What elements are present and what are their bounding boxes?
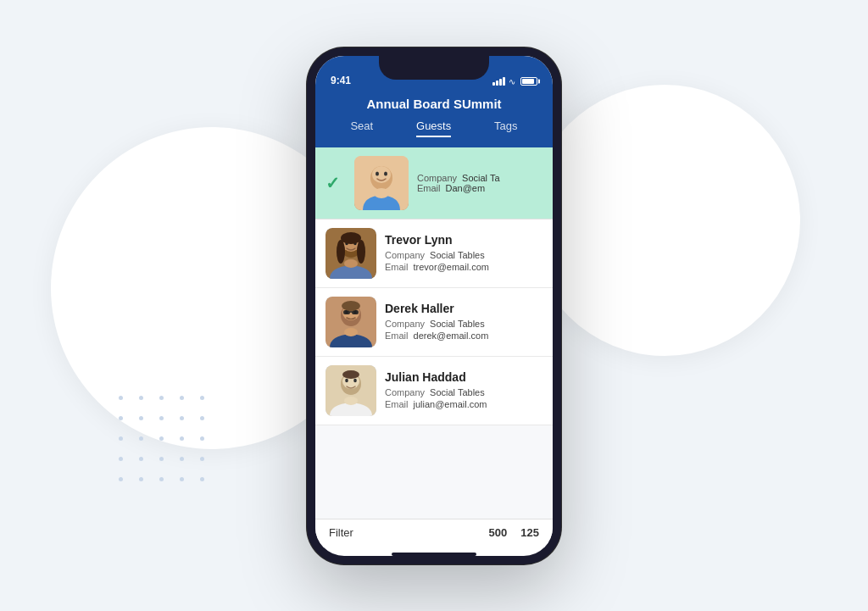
avatar-derek <box>326 297 376 347</box>
svg-point-31 <box>342 370 359 379</box>
svg-point-13 <box>357 240 365 264</box>
trevor-company-value: Social Tables <box>430 250 485 260</box>
guest-row-trevor[interactable]: Trevor Lynn Company Social Tables Email … <box>315 219 553 288</box>
phone-device: 9:41 ∿ Annual Board SUmmit Seat Guests <box>307 47 561 564</box>
filtered-count: 125 <box>520 526 539 539</box>
tab-bar: Seat Guests Tags <box>329 119 539 137</box>
svg-point-3 <box>376 171 379 175</box>
julian-email-value: julian@email.com <box>414 399 487 409</box>
total-count: 500 <box>489 526 508 539</box>
svg-point-29 <box>353 378 357 381</box>
company-value: Social Ta <box>462 173 499 183</box>
guest-details-derek: Derek Haller Company Social Tables Email… <box>385 302 542 342</box>
julian-email-label: Email <box>385 399 409 409</box>
tab-tags[interactable]: Tags <box>494 119 517 137</box>
derek-email-value: derek@email.com <box>414 330 489 341</box>
company-label: Company <box>417 173 457 183</box>
trevor-company-label: Company <box>385 250 425 260</box>
check-icon: ✓ <box>326 173 346 193</box>
derek-company-value: Social Tables <box>430 319 485 329</box>
guest-row-julian[interactable]: Julian Haddad Company Social Tables Emai… <box>315 357 553 425</box>
avatar-julian <box>326 365 376 416</box>
wifi-icon: ∿ <box>509 77 515 86</box>
event-title: Annual Board SUmmit <box>329 97 539 111</box>
signal-icon <box>492 77 505 86</box>
julian-company-label: Company <box>385 387 425 397</box>
guest-name-derek: Derek Haller <box>385 302 542 315</box>
svg-point-11 <box>344 259 358 268</box>
footer-counts: 500 125 <box>489 526 539 539</box>
app-header: Annual Board SUmmit Seat Guests Tags <box>315 90 553 147</box>
email-label: Email <box>417 183 441 193</box>
guest-list-content: ✓ Company So <box>315 147 553 519</box>
svg-point-23 <box>344 328 358 336</box>
battery-icon <box>520 77 537 86</box>
avatar-trevor <box>326 228 376 279</box>
guest-details-julian: Julian Haddad Company Social Tables Emai… <box>385 370 542 411</box>
svg-point-30 <box>344 397 358 405</box>
julian-company-value: Social Tables <box>430 387 485 397</box>
svg-point-4 <box>384 171 387 175</box>
tab-seat[interactable]: Seat <box>350 119 373 137</box>
selected-guest-row[interactable]: ✓ Company So <box>315 147 553 219</box>
home-indicator[interactable] <box>392 553 476 556</box>
background-blob-right <box>529 85 800 356</box>
status-icons: ∿ <box>492 77 537 86</box>
derek-company-label: Company <box>385 319 425 329</box>
guest-name-trevor: Trevor Lynn <box>385 233 542 247</box>
guest-details-trevor: Trevor Lynn Company Social Tables Email … <box>385 233 542 274</box>
selected-guest-avatar <box>354 156 409 210</box>
svg-point-28 <box>345 378 348 381</box>
guest-row-derek[interactable]: Derek Haller Company Social Tables Email… <box>315 288 553 357</box>
svg-point-14 <box>341 232 361 244</box>
guest-name-julian: Julian Haddad <box>385 370 542 384</box>
footer: Filter 500 125 <box>315 519 553 547</box>
email-value: Dan@em <box>446 183 486 193</box>
selected-guest-info: Company Social Ta Email Dan@em <box>417 173 542 193</box>
trevor-email-value: trevor@email.com <box>414 262 489 272</box>
derek-email-label: Email <box>385 330 409 341</box>
svg-point-5 <box>374 188 389 198</box>
filter-button[interactable]: Filter <box>329 526 353 539</box>
status-time: 9:41 <box>331 75 351 86</box>
phone-notch <box>379 56 489 80</box>
trevor-email-label: Email <box>385 262 409 272</box>
tab-guests[interactable]: Guests <box>416 119 451 137</box>
svg-point-12 <box>337 240 345 264</box>
svg-point-24 <box>342 301 360 311</box>
dot-grid-decoration <box>119 396 215 492</box>
phone-screen: 9:41 ∿ Annual Board SUmmit Seat Guests <box>307 47 561 564</box>
